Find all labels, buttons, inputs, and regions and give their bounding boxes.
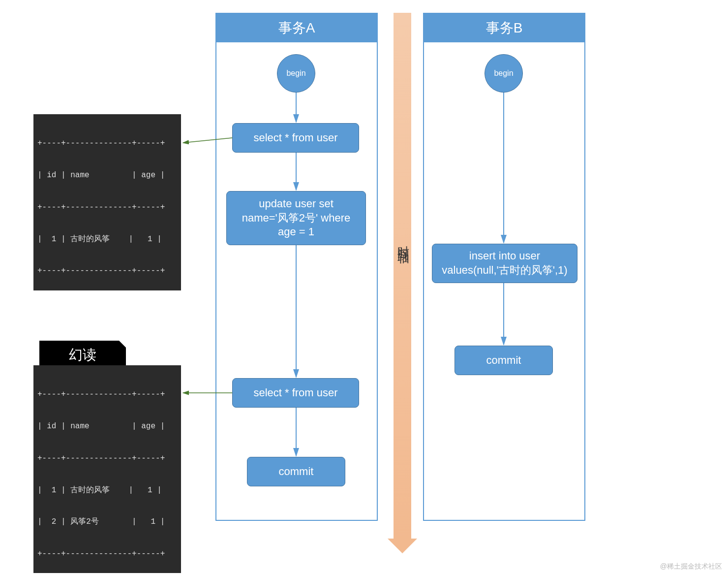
time-axis-label: 时间轴 xyxy=(394,236,411,245)
result1-line: | 1 | 古时的风筝 | 1 | xyxy=(37,234,177,245)
result1-line: +----+--------------+-----+ xyxy=(37,266,177,277)
result2-line: | id | name | age | xyxy=(37,421,177,432)
transaction-b-title: 事务B xyxy=(424,14,584,42)
tx-b-begin: begin xyxy=(485,54,523,93)
tx-a-select2: select * from user xyxy=(232,378,359,408)
tx-b-commit: commit xyxy=(455,346,553,375)
tx-a-begin: begin xyxy=(277,54,315,93)
result2-line: +----+--------------+-----+ xyxy=(37,549,177,560)
watermark: @稀土掘金技术社区 xyxy=(660,562,722,571)
result2-line: +----+--------------+-----+ xyxy=(37,453,177,464)
result1-line: | id | name | age | xyxy=(37,170,177,181)
result2-line: +----+--------------+-----+ xyxy=(37,389,177,400)
result1-line: +----+--------------+-----+ xyxy=(37,138,177,149)
result1-line: +----+--------------+-----+ xyxy=(37,202,177,213)
time-axis xyxy=(394,13,411,540)
result2-line: | 1 | 古时的风筝 | 1 | xyxy=(37,485,177,496)
tx-b-insert: insert into user values(null,'古时的风筝',1) xyxy=(432,244,577,283)
result2-line: | 2 | 风筝2号 | 1 | xyxy=(37,517,177,528)
result-table-2: +----+--------------+-----+ | id | name … xyxy=(33,365,181,573)
transaction-a-title: 事务A xyxy=(216,14,377,42)
result-table-1: +----+--------------+-----+ | id | name … xyxy=(33,114,181,290)
tx-a-select1: select * from user xyxy=(232,123,359,153)
tx-a-update: update user set name='风筝2号' where age = … xyxy=(226,191,366,245)
tx-a-commit: commit xyxy=(247,457,345,486)
